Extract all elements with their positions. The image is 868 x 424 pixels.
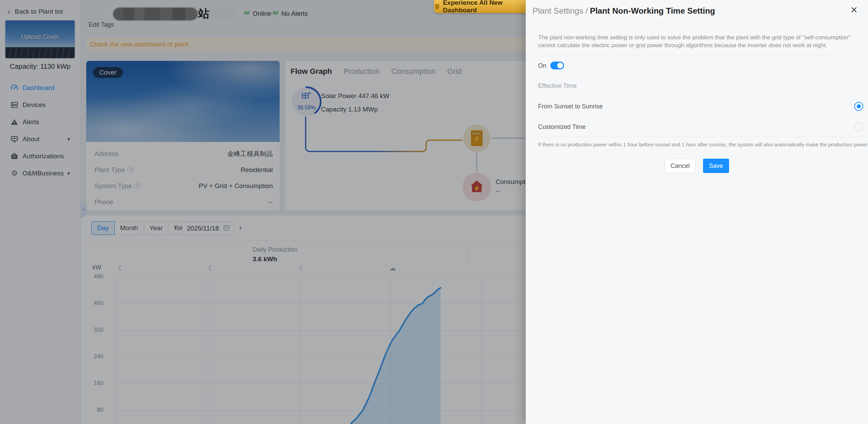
- option-sunset-sunrise-label: From Sunset to Sunrise: [538, 103, 603, 110]
- divider: [538, 55, 868, 55]
- effective-time-label: Effective Time: [538, 82, 577, 90]
- radio-customized-time[interactable]: [854, 122, 863, 131]
- modal-dim-overlay[interactable]: [0, 0, 526, 424]
- toggle-knob: [557, 63, 563, 68]
- drawer-actions: Cancel Save: [526, 159, 868, 173]
- save-button[interactable]: Save: [703, 159, 729, 173]
- divider: [538, 95, 868, 96]
- divider: [538, 136, 868, 137]
- non-working-time-toggle[interactable]: [550, 62, 564, 69]
- app-root: 站 Online No Alerts Edit Tags Check the n…: [0, 0, 868, 424]
- crown-icon: ♛: [434, 2, 440, 11]
- banner-label: Experience All New Dashboard: [443, 0, 534, 14]
- radio-sunset-sunrise[interactable]: [854, 102, 863, 111]
- new-dashboard-banner-button[interactable]: ♛ Experience All New Dashboard: [434, 0, 534, 13]
- drawer-header: Plant Settings / Plant Non-Working Time …: [526, 0, 868, 22]
- option-customized-time-label: Customized Time: [538, 123, 586, 131]
- setting-note: If there is no production power within 1…: [538, 142, 868, 147]
- close-icon[interactable]: ✕: [850, 5, 858, 14]
- plant-settings-drawer: Plant Settings / Plant Non-Working Time …: [526, 0, 868, 424]
- setting-description: The plant non-working time setting is on…: [538, 34, 861, 49]
- drawer-title: Plant Non-Working Time Setting: [590, 6, 715, 16]
- cancel-button[interactable]: Cancel: [665, 159, 695, 173]
- breadcrumb[interactable]: Plant Settings /: [533, 6, 588, 16]
- divider: [538, 119, 868, 119]
- on-label: On: [538, 62, 546, 69]
